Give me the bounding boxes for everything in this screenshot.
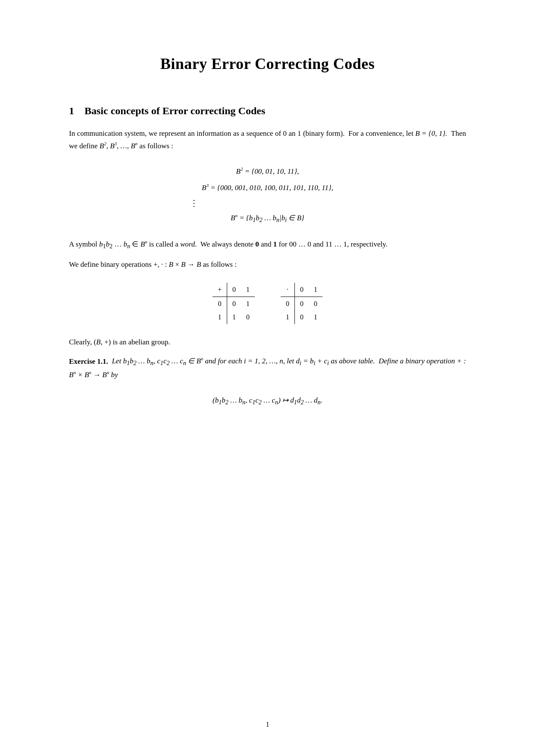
paragraph-3: We define binary operations +, · : B × B… [69,259,466,271]
math-b-set: B = {0, 1}. [415,129,447,137]
document-title: Binary Error Correcting Codes [69,52,466,77]
add-cell-11: 0 [241,310,255,324]
math-display-block: B2 = {00, 01, 10, 11}, B3 = {000, 001, 0… [69,164,466,226]
mul-row-1: 1 0 1 [281,310,322,324]
mul-row-0: 0 0 0 [281,297,322,310]
add-row-1: 1 1 0 [213,310,255,324]
mul-cell-10: 0 [295,310,309,324]
add-cell-01: 1 [241,297,255,310]
paragraph-4: Clearly, (B, +) is an abelian group. [69,336,466,348]
add-op-symbol: + [213,283,227,297]
math-b-powers: B2, B3, …, Bn [100,142,138,150]
exercise-math-display: (b1b2 … bn, c1c2 … cn) ↦ d1d2 … dn. [69,393,466,409]
add-col-0: 0 [227,283,241,297]
paragraph-1: In communication system, we represent an… [69,128,466,152]
mul-row-label-1: 1 [281,310,295,324]
math-vdots: ⋮ [190,197,466,209]
math-line-bn: Bn = {b1b2 … bn|bi ∈ B} [69,211,466,226]
add-row-label-0: 0 [213,297,227,310]
mul-cell-00: 0 [295,297,309,310]
section-label: Basic concepts of Error correcting Codes [84,105,265,116]
paragraph-2: A symbol b1b2 … bn ∈ Bn is called a word… [69,238,466,251]
exercise-text: Let b1b2 … bn, c1c2 … cn ∈ Bn and for ea… [69,357,466,378]
mul-row-label-0: 0 [281,297,295,310]
math-line-b3: B3 = {000, 001, 010, 100, 011, 101, 110,… [69,181,466,195]
math-line-b2: B2 = {00, 01, 10, 11}, [69,164,466,179]
operation-tables: + 0 1 0 0 1 1 1 0 · 0 1 0 [69,283,466,324]
exercise-1-1: Exercise 1.1. Let b1b2 … bn, c1c2 … cn ∈… [69,355,466,381]
add-row-0: 0 0 1 [213,297,255,310]
exercise-math-line: (b1b2 … bn, c1c2 … cn) ↦ d1d2 … dn. [69,393,466,409]
page-number: 1 [0,719,535,730]
mul-col-1: 1 [309,283,322,297]
add-row-label-1: 1 [213,310,227,324]
add-cell-00: 0 [227,297,241,310]
mul-col-0: 0 [295,283,309,297]
multiplication-table: · 0 1 0 0 0 1 0 1 [281,283,322,324]
mul-header-row: · 0 1 [281,283,322,297]
section-number: 1 [69,105,74,116]
document-page: Binary Error Correcting Codes 1 Basic co… [0,0,535,756]
mul-cell-11: 1 [309,310,322,324]
add-header-row: + 0 1 [213,283,255,297]
add-col-1: 1 [241,283,255,297]
section-1-heading: 1 Basic concepts of Error correcting Cod… [69,103,466,119]
addition-table: + 0 1 0 0 1 1 1 0 [213,283,255,324]
exercise-label: Exercise 1.1. [69,357,108,365]
mul-cell-01: 0 [309,297,322,310]
mul-op-symbol: · [281,283,295,297]
add-cell-10: 1 [227,310,241,324]
